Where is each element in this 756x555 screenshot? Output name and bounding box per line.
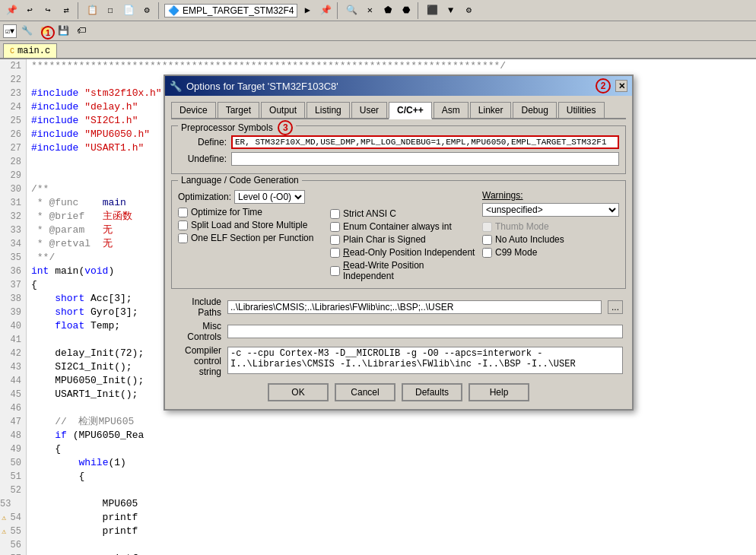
code-line-54: ⚠54 printf bbox=[0, 511, 756, 525]
tab-cc[interactable]: C/C++ bbox=[389, 102, 432, 119]
define-input[interactable] bbox=[231, 135, 619, 149]
optimization-select[interactable]: Level 0 (-O0) Level 1 (-O1) Level 2 (-O2… bbox=[234, 190, 305, 204]
cancel-button[interactable]: Cancel bbox=[335, 383, 395, 401]
defaults-button[interactable]: Defaults bbox=[402, 383, 462, 401]
ok-button[interactable]: OK bbox=[268, 383, 329, 401]
annotation-circle-1: 1 bbox=[41, 26, 55, 40]
toolbar-btn-wrench[interactable]: 🔧 bbox=[18, 23, 35, 40]
toolbar-btn-12[interactable]: ⬟ bbox=[380, 2, 396, 19]
code-line-52: 52 bbox=[0, 484, 756, 497]
code-area[interactable]: 21**************************************… bbox=[0, 59, 756, 555]
toolbar-btn-3[interactable]: ↪ bbox=[40, 2, 56, 19]
target-name: EMPL_TARGET_STM32F4 bbox=[183, 5, 294, 16]
toolbar-btn-7[interactable]: 📄 bbox=[120, 2, 137, 19]
language-label: Language / Code Generation bbox=[178, 175, 302, 186]
one-elf-label: One ELF Section per Function bbox=[191, 233, 313, 243]
include-paths-input[interactable] bbox=[227, 300, 602, 314]
toolbar-btn-1[interactable]: 📌 bbox=[3, 2, 20, 19]
toolbar-sep-4 bbox=[418, 2, 421, 19]
no-auto-includes-label: No Auto Includes bbox=[495, 234, 564, 245]
one-elf-checkbox[interactable] bbox=[178, 233, 188, 243]
strict-ansi-checkbox[interactable] bbox=[330, 209, 340, 219]
plain-char-checkbox[interactable] bbox=[330, 235, 340, 245]
toolbar-btn-6[interactable]: ☐ bbox=[102, 2, 119, 19]
toolbar-btn-save[interactable]: 💾 bbox=[55, 23, 71, 40]
readwrite-pos-checkbox[interactable] bbox=[330, 266, 340, 276]
warnings-select[interactable]: <unspecified> No Warnings All Warnings bbox=[482, 203, 619, 217]
annotation-circle-3: 3 bbox=[278, 120, 293, 135]
optimization-label: Optimization: bbox=[178, 192, 231, 202]
code-line-47: 47 // 检测MPU605 bbox=[0, 415, 756, 429]
tab-output[interactable]: Output bbox=[261, 102, 305, 118]
code-line-55: ⚠55 printf bbox=[0, 525, 756, 538]
misc-controls-input[interactable] bbox=[227, 325, 623, 338]
strict-ansi-row: Strict ANSI C bbox=[330, 208, 476, 219]
optimize-time-label: Optimize for Time bbox=[191, 207, 262, 217]
warnings-label: Warnings: bbox=[482, 190, 619, 201]
optimize-time-checkbox[interactable] bbox=[178, 208, 188, 217]
readwrite-pos-row: Read-Write Position Independent bbox=[330, 260, 476, 281]
target-icon: 🔷 bbox=[168, 5, 179, 16]
include-table: IncludePaths ... MiscControls bbox=[171, 295, 626, 379]
toolbar-btn-11[interactable]: ✕ bbox=[361, 2, 378, 19]
strict-ansi-label: Strict ANSI C bbox=[343, 208, 396, 219]
toolbar-btn-9[interactable]: ▶ bbox=[299, 2, 316, 19]
tab-utilities[interactable]: Utilities bbox=[558, 102, 605, 118]
readonly-pos-label: Read-Only Position Independent bbox=[343, 247, 475, 258]
thumb-mode-label: Thumb Mode bbox=[495, 221, 549, 232]
tab-target[interactable]: Target bbox=[218, 102, 259, 118]
dialog-close-button[interactable]: ✕ bbox=[615, 80, 627, 92]
readonly-pos-checkbox[interactable] bbox=[330, 248, 340, 258]
options-dialog: 🔧 Options for Target 'STM32F103C8' 2 ✕ D… bbox=[164, 75, 634, 411]
toolbar-sep-1 bbox=[78, 2, 81, 19]
no-auto-includes-row: No Auto Includes bbox=[482, 234, 619, 245]
c99-mode-checkbox[interactable] bbox=[482, 248, 492, 258]
toolbar-btn-search[interactable]: 🔍 bbox=[343, 2, 360, 19]
help-button[interactable]: Help bbox=[469, 383, 529, 401]
preprocessor-label: Preprocessor Symbols 3 bbox=[178, 120, 296, 135]
code-line-50: 50 while(1) bbox=[0, 456, 756, 470]
tab-linker[interactable]: Linker bbox=[470, 102, 512, 118]
split-load-checkbox[interactable] bbox=[178, 220, 188, 230]
toolbar-btn-8[interactable]: ⚙ bbox=[138, 2, 155, 19]
toolbar-btn-tag[interactable]: 🏷 bbox=[73, 23, 90, 40]
tab-listing[interactable]: Listing bbox=[307, 102, 350, 118]
include-browse-button[interactable]: ... bbox=[608, 300, 623, 314]
undefine-input[interactable] bbox=[231, 152, 619, 166]
plain-char-label: Plain Char is Signed bbox=[343, 234, 426, 245]
toolbar-btn-4[interactable]: ⇄ bbox=[58, 2, 75, 19]
code-line-21: 21**************************************… bbox=[0, 59, 756, 73]
target-selector[interactable]: 🔷 EMPL_TARGET_STM32F4 bbox=[164, 4, 297, 17]
lang-columns: Optimization: Level 0 (-O0) Level 1 (-O1… bbox=[178, 190, 619, 284]
split-load-row: Split Load and Store Multiple bbox=[178, 220, 324, 230]
file-tab-main[interactable]: C main.c bbox=[3, 43, 57, 58]
toolbar-btn-13[interactable]: ⬣ bbox=[398, 2, 415, 19]
code-line-51: 51 { bbox=[0, 470, 756, 484]
compiler-string-textarea[interactable]: -c --cpu Cortex-M3 -D__MICROLIB -g -O0 -… bbox=[227, 347, 623, 374]
tab-asm[interactable]: Asm bbox=[434, 102, 469, 118]
define-label: Define: bbox=[178, 137, 231, 147]
tab-user[interactable]: User bbox=[351, 102, 387, 118]
toolbar-btn-10[interactable]: 📌 bbox=[317, 2, 334, 19]
toolbar-btn-15[interactable]: ▼ bbox=[442, 2, 459, 19]
lang-middle: Strict ANSI C Enum Container always int … bbox=[330, 190, 476, 284]
toolbar-btn-5[interactable]: 📋 bbox=[84, 2, 100, 19]
include-label: IncludePaths bbox=[171, 295, 224, 319]
thumb-mode-checkbox[interactable] bbox=[482, 222, 492, 232]
code-line-56: 56 bbox=[0, 538, 756, 552]
no-auto-includes-checkbox[interactable] bbox=[482, 235, 492, 245]
compiler-label: Compilercontrolstring bbox=[171, 344, 224, 379]
misc-value-cell bbox=[224, 319, 626, 344]
thumb-mode-row: Thumb Mode bbox=[482, 221, 619, 232]
tab-device[interactable]: Device bbox=[171, 102, 216, 118]
dialog-body: Device Target Output Listing User C/C++ … bbox=[165, 96, 632, 409]
toolbar-btn-14[interactable]: ⬛ bbox=[424, 2, 440, 19]
dialog-button-row: OK Cancel Defaults Help bbox=[171, 379, 626, 403]
enum-container-checkbox[interactable] bbox=[330, 222, 340, 232]
dialog-title-icon: 🔧 bbox=[170, 81, 182, 92]
tab-debug[interactable]: Debug bbox=[513, 102, 556, 118]
toolbar-btn-gear[interactable]: ⚙ bbox=[460, 2, 477, 19]
check-dropdown[interactable]: ☑▼ bbox=[3, 24, 17, 38]
toolbar-btn-2[interactable]: ↩ bbox=[21, 2, 38, 19]
tab-bar: C main.c bbox=[0, 41, 756, 59]
